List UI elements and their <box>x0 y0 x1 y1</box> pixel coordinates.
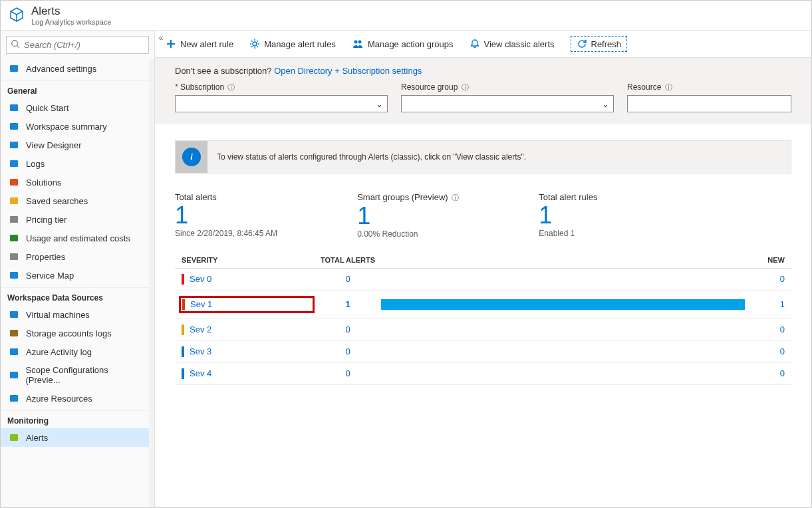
sidebar-item-label: Virtual machines <box>26 310 90 320</box>
info-icon: ⓘ <box>452 193 459 201</box>
svg-rect-6 <box>10 160 18 167</box>
sidebar-item-label: Solutions <box>26 178 61 188</box>
map-icon <box>7 270 21 281</box>
stat-total-rules[interactable]: Total alert rules 1 Enabled 1 <box>539 192 597 239</box>
sidebar-item-storage-accounts-logs[interactable]: Storage accounts logs <box>1 324 149 342</box>
refresh-icon <box>577 39 587 49</box>
stats-row: Total alerts 1 Since 2/28/2019, 8:46:45 … <box>175 192 791 239</box>
resource-group-select[interactable]: ⌄ <box>401 95 614 112</box>
info-icon: ⓘ <box>462 83 469 91</box>
subscription-filter: * Subscription ⓘ ⌄ <box>175 82 388 112</box>
sidebar-item-logs[interactable]: Logs <box>1 154 149 173</box>
sidebar-item-virtual-machines[interactable]: Virtual machines <box>1 305 149 324</box>
table-row[interactable]: Sev 300 <box>175 341 791 363</box>
table-header: Severity Total Alerts New <box>175 252 791 269</box>
severity-link[interactable]: Sev 1 <box>179 296 315 313</box>
manage-action-groups-button[interactable]: Manage action groups <box>352 39 454 49</box>
sidebar-item-azure-activity-log[interactable]: Azure Activity log <box>1 342 149 361</box>
stat-smart-groups[interactable]: Smart groups (Preview) ⓘ 1 0.00% Reducti… <box>357 192 459 239</box>
sidebar-section: Workspace Data Sources <box>1 287 149 305</box>
designer-icon <box>7 140 21 150</box>
severity-link[interactable]: Sev 3 <box>182 346 315 357</box>
subscription-hint: Don't see a subscription? Open Directory… <box>175 66 791 76</box>
bar-fill <box>381 299 745 310</box>
chevron-down-icon: ⌄ <box>376 99 383 109</box>
sidebar-item-label: Storage accounts logs <box>26 328 112 338</box>
new-value: 0 <box>745 368 785 378</box>
svg-point-19 <box>253 42 257 46</box>
severity-link[interactable]: Sev 0 <box>182 274 315 285</box>
main-content: New alert rule Manage alert rules Manage… <box>155 31 811 507</box>
sidebar-item-saved-searches[interactable]: Saved searches <box>1 191 149 210</box>
chevron-down-icon: ⌄ <box>602 99 609 109</box>
manage-alert-rules-button[interactable]: Manage alert rules <box>249 39 336 49</box>
table-row[interactable]: Sev 111 <box>175 291 791 319</box>
sidebar-item-label: View Designer <box>26 140 82 150</box>
table-row[interactable]: Sev 200 <box>175 319 791 341</box>
svg-rect-3 <box>10 104 18 111</box>
sidebar-item-label: Azure Activity log <box>26 347 92 357</box>
sidebar-item-label: Properties <box>26 252 65 262</box>
refresh-button[interactable]: Refresh <box>571 36 628 52</box>
resource-input[interactable] <box>627 95 791 112</box>
new-value: 0 <box>745 324 785 334</box>
sidebar-item-azure-resources[interactable]: Azure Resources <box>1 389 149 408</box>
severity-color-bar <box>182 346 184 357</box>
subscription-select[interactable]: ⌄ <box>175 95 388 112</box>
svg-rect-4 <box>10 123 18 130</box>
sidebar-item-properties[interactable]: Properties <box>1 247 149 266</box>
svg-rect-5 <box>10 142 18 148</box>
sidebar: « Advanced settingsGeneralQuick StartWor… <box>1 31 155 507</box>
search-input[interactable] <box>24 40 144 50</box>
sidebar-item-usage-and-estimated-costs[interactable]: Usage and estimated costs <box>1 229 149 247</box>
view-classic-alerts-button[interactable]: View classic alerts <box>470 39 555 49</box>
sidebar-item-view-designer[interactable]: View Designer <box>1 136 149 154</box>
stat-total-alerts[interactable]: Total alerts 1 Since 2/28/2019, 8:46:45 … <box>175 192 277 239</box>
table-row[interactable]: Sev 000 <box>175 269 791 291</box>
collapse-sidebar-icon[interactable]: « <box>156 33 166 44</box>
sidebar-section: Monitoring <box>1 410 149 428</box>
sidebar-search[interactable] <box>6 36 149 54</box>
sidebar-item-label: Usage and estimated costs <box>26 233 130 243</box>
sidebar-item-label: Advanced settings <box>26 64 96 74</box>
severity-link[interactable]: Sev 2 <box>182 324 315 335</box>
new-value: 1 <box>745 299 785 309</box>
bars-icon <box>7 251 21 262</box>
sidebar-item-label: Alerts <box>26 433 48 443</box>
page-title: Alerts <box>31 5 111 18</box>
sidebar-item-quick-start[interactable]: Quick Start <box>1 98 149 117</box>
svg-rect-2 <box>10 65 18 72</box>
toolbar: New alert rule Manage alert rules Manage… <box>155 31 811 58</box>
sidebar-scroll[interactable]: Advanced settingsGeneralQuick StartWorks… <box>1 59 154 507</box>
sidebar-item-label: Azure Resources <box>26 394 92 404</box>
new-alert-rule-button[interactable]: New alert rule <box>166 39 233 49</box>
svg-rect-17 <box>10 395 18 402</box>
page-subtitle: Log Analytics workspace <box>31 18 111 26</box>
sidebar-item-scope-configurations-previe-[interactable]: Scope Configurations (Previe... <box>1 361 149 389</box>
svg-rect-8 <box>10 197 18 204</box>
sidebar-item-alerts[interactable]: Alerts <box>1 428 149 447</box>
svg-point-0 <box>12 41 18 47</box>
sidebar-item-workspace-summary[interactable]: Workspace summary <box>1 117 149 136</box>
storage-icon <box>7 328 21 338</box>
cube-icon <box>9 7 25 25</box>
new-value: 0 <box>745 274 785 284</box>
sidebar-item-advanced-settings[interactable]: Advanced settings <box>1 59 149 78</box>
page-header: Alerts Log Analytics workspace <box>1 1 811 31</box>
severity-table: Severity Total Alerts New Sev 000Sev 111… <box>175 252 791 385</box>
table-row[interactable]: Sev 400 <box>175 363 791 385</box>
sidebar-item-solutions[interactable]: Solutions <box>1 173 149 191</box>
open-directory-link[interactable]: Open Directory + Subscription settings <box>274 66 422 76</box>
sidebar-item-pricing-tier[interactable]: Pricing tier <box>1 210 149 229</box>
sidebar-item-label: Scope Configurations (Previe... <box>26 365 143 385</box>
sidebar-item-label: Logs <box>26 159 45 169</box>
scope-icon <box>7 370 21 380</box>
resource-group-filter: Resource group ⓘ ⌄ <box>401 82 614 112</box>
sidebar-item-service-map[interactable]: Service Map <box>1 266 149 285</box>
svg-rect-10 <box>10 235 18 241</box>
cost-icon <box>7 233 21 243</box>
sidebar-item-label: Saved searches <box>26 196 88 206</box>
severity-link[interactable]: Sev 4 <box>182 368 315 379</box>
search-icon <box>11 39 20 51</box>
total-alerts-value: 0 <box>315 324 381 334</box>
